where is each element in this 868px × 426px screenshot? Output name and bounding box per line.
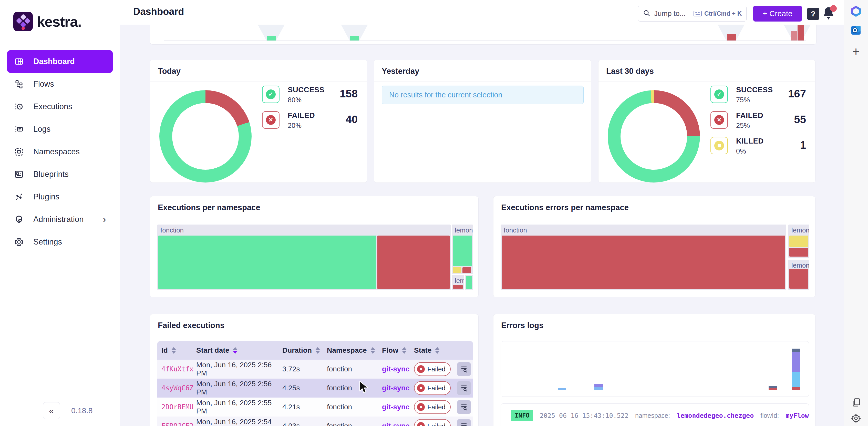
column-header-namespace[interactable]: Namespace — [323, 346, 378, 355]
log-bar-segment[interactable] — [769, 388, 777, 390]
log-flowid-value[interactable]: myFlowByGeo — [785, 412, 809, 419]
view-logs-button[interactable] — [457, 362, 471, 376]
sidebar-item-namespaces[interactable]: Namespaces — [7, 141, 113, 163]
treemap-cell-failed[interactable] — [377, 236, 450, 289]
execution-id-link[interactable]: 2DOrBEMU — [157, 403, 192, 411]
log-bar-segment[interactable] — [594, 384, 603, 387]
table-row[interactable]: 4fKuXtfx Mon, Jun 16, 2025 2:56 PM 3.72s… — [157, 360, 473, 378]
column-header-id[interactable]: Id — [157, 346, 192, 355]
executions-errors-per-namespace-card: Executions errors per namespace fonction… — [493, 196, 815, 297]
treemap-cell-failed[interactable] — [462, 267, 471, 273]
divider — [150, 218, 478, 218]
sort-icon[interactable] — [315, 347, 320, 354]
treemap-cell-failed[interactable] — [789, 269, 808, 288]
duration-cell: 4.25s — [278, 384, 323, 392]
sort-icon[interactable] — [233, 347, 238, 354]
flow-link[interactable]: git-sync — [378, 365, 410, 373]
microsoft-365-icon[interactable] — [850, 6, 862, 17]
outlook-icon[interactable] — [850, 25, 862, 36]
sidebar-item-dashboard[interactable]: Dashboard — [7, 50, 113, 73]
today-donut-chart[interactable] — [159, 90, 252, 182]
execution-id-link[interactable]: 4syWqC6Z — [157, 384, 192, 392]
search-input[interactable]: Jump to... Ctrl/Cmd + K — [638, 6, 747, 22]
column-header-flow[interactable]: Flow — [378, 346, 410, 355]
sort-icon[interactable] — [370, 347, 375, 354]
divider — [598, 82, 815, 82]
sidebar-collapse-button[interactable]: « — [43, 402, 60, 419]
log-bar[interactable] — [558, 388, 566, 390]
treemap-group-lemond-2[interactable]: lemond — [788, 260, 809, 290]
sidebar-item-label: Logs — [33, 125, 51, 134]
treemap-cell-killed[interactable] — [789, 236, 808, 247]
log-taskid-value[interactable]: emoji-party — [578, 425, 620, 426]
flow-link[interactable]: git-sync — [378, 403, 410, 411]
log-bar-segment[interactable] — [792, 348, 800, 352]
treemap-group-lem[interactable]: lem — [452, 275, 464, 290]
sidebar-item-logs[interactable]: Logs — [7, 118, 113, 141]
create-button[interactable]: + Create — [753, 6, 802, 22]
flow-link[interactable]: git-sync — [378, 384, 410, 392]
treemap-cell-killed[interactable] — [453, 267, 461, 273]
sidebar-item-blueprints[interactable]: Blueprints — [7, 163, 113, 186]
kestra-logo[interactable]: kestra. — [13, 12, 82, 31]
log-executionid-value[interactable]: 5Hqge0CePP8fysl9UrC9HM — [668, 425, 753, 426]
failed-bar[interactable] — [790, 31, 797, 40]
notifications-bell-icon[interactable] — [822, 6, 836, 22]
log-bar-segment[interactable] — [792, 372, 800, 387]
column-header-duration[interactable]: Duration — [278, 346, 323, 355]
table-row[interactable]: 2DOrBEMU Mon, Jun 16, 2025 2:55 PM 4.21s… — [157, 398, 473, 417]
treemap-cell-failed[interactable] — [453, 285, 463, 288]
sort-icon[interactable] — [435, 347, 440, 354]
table-row[interactable]: FSROJCE2 Mon, Jun 16, 2025 2:54 PM 4.03s… — [157, 417, 473, 426]
help-icon[interactable]: ? — [807, 8, 819, 20]
sidebar-item-executions[interactable]: Executions — [7, 95, 113, 118]
add-panel-icon[interactable]: + — [850, 45, 862, 57]
treemap-group-label: lem — [452, 275, 464, 286]
treemap-cell-failed[interactable] — [789, 248, 808, 256]
treemap-group-lemond[interactable]: lemond — [788, 224, 809, 258]
flow-link[interactable]: git-sync — [378, 422, 410, 426]
success-bar[interactable] — [267, 36, 276, 40]
table-row[interactable]: 4syWqC6Z Mon, Jun 16, 2025 2:56 PM 4.25s… — [157, 378, 473, 398]
treemap-group-small[interactable] — [465, 275, 473, 290]
card-title: Today — [150, 60, 367, 82]
treemap-cell-failed[interactable] — [502, 236, 785, 289]
treemap-cell-success[interactable] — [466, 276, 472, 289]
log-bar-segment[interactable] — [594, 387, 603, 390]
treemap-cell-success[interactable] — [158, 236, 376, 289]
no-results-message: No results for the current selection — [382, 86, 584, 104]
view-logs-button[interactable] — [457, 419, 471, 426]
sidebar-item-flows[interactable]: Flows — [7, 73, 113, 95]
log-bar-segment[interactable] — [792, 352, 800, 372]
failed-bar[interactable] — [727, 34, 736, 40]
panel-settings-gear-icon[interactable] — [850, 413, 862, 424]
errors-logs-bar-chart[interactable] — [501, 341, 809, 397]
sort-icon[interactable] — [172, 347, 176, 354]
success-bar[interactable] — [350, 36, 359, 40]
view-logs-button[interactable] — [457, 381, 471, 395]
column-header-state[interactable]: State — [410, 346, 453, 355]
treemap-group-fonction[interactable]: fonction — [501, 224, 786, 290]
treemap-cell-success[interactable] — [453, 236, 472, 266]
legend-percent: 75% — [736, 96, 773, 104]
sidebar-item-administration[interactable]: Administration › — [7, 208, 113, 231]
table-header: Id Start date Duration Namespace Flow St… — [157, 341, 473, 360]
copy-page-icon[interactable] — [850, 397, 862, 408]
treemap-group-label: fonction — [501, 224, 786, 236]
log-namespace-value[interactable]: lemondedegeo.chezgeo — [677, 412, 754, 419]
sidebar-item-settings[interactable]: Settings — [7, 231, 113, 253]
execution-id-link[interactable]: 4fKuXtfx — [157, 365, 192, 373]
log-bar-segment[interactable] — [792, 387, 800, 390]
column-header-start-date[interactable]: Start date — [192, 346, 278, 355]
sort-icon[interactable] — [402, 347, 407, 354]
log-bar-segment[interactable] — [769, 386, 777, 388]
failed-executions-card: Failed executions Id Start date Duration… — [150, 314, 478, 426]
last-30-days-donut-chart[interactable] — [608, 90, 700, 182]
execution-id-link[interactable]: FSROJCE2 — [157, 422, 192, 426]
treemap-group-lemond[interactable]: lemond — [452, 224, 473, 274]
failed-bar[interactable] — [798, 25, 804, 40]
log-entry[interactable]: INFO 2025-06-16 15:43:10.522 namespace: … — [501, 403, 809, 426]
sidebar-item-plugins[interactable]: Plugins — [7, 186, 113, 208]
treemap-group-fonction[interactable]: fonction — [157, 224, 451, 290]
view-logs-button[interactable] — [457, 400, 471, 414]
